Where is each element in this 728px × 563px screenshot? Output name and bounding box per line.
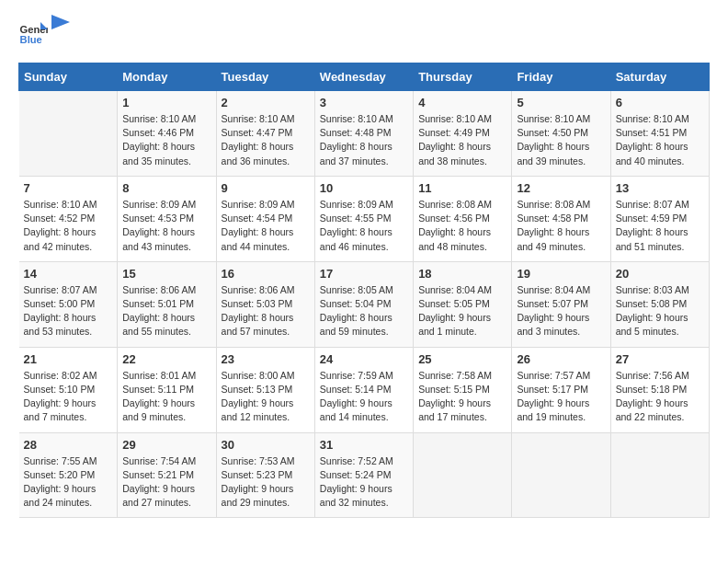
day-info: Sunrise: 8:07 AM Sunset: 4:59 PM Dayligh… [616,198,704,254]
calendar-cell: 8Sunrise: 8:09 AM Sunset: 4:53 PM Daylig… [118,176,216,261]
day-info: Sunrise: 8:10 AM Sunset: 4:47 PM Dayligh… [222,112,310,168]
weekday-header-row: SundayMondayTuesdayWednesdayThursdayFrid… [19,63,710,91]
day-number: 1 [122,96,210,109]
day-number: 23 [222,352,310,366]
calendar-cell: 1Sunrise: 8:10 AM Sunset: 4:46 PM Daylig… [118,91,216,177]
day-info: Sunrise: 7:54 AM Sunset: 5:21 PM Dayligh… [122,454,210,511]
day-number: 8 [122,181,210,195]
day-info: Sunrise: 8:08 AM Sunset: 4:58 PM Dayligh… [517,198,605,254]
weekday-header-sunday: Sunday [19,63,118,91]
day-number: 9 [222,181,310,195]
day-info: Sunrise: 8:04 AM Sunset: 5:05 PM Dayligh… [418,283,506,339]
day-info: Sunrise: 8:02 AM Sunset: 5:10 PM Dayligh… [24,369,113,425]
svg-marker-3 [51,15,70,29]
day-number: 7 [24,181,113,195]
day-info: Sunrise: 8:06 AM Sunset: 5:01 PM Dayligh… [122,283,210,339]
day-number: 14 [24,267,113,281]
day-number: 5 [517,96,605,109]
day-info: Sunrise: 7:55 AM Sunset: 5:20 PM Dayligh… [24,454,113,511]
day-info: Sunrise: 8:08 AM Sunset: 4:56 PM Dayligh… [418,198,506,254]
day-info: Sunrise: 8:10 AM Sunset: 4:51 PM Dayligh… [616,112,704,168]
day-info: Sunrise: 8:06 AM Sunset: 5:03 PM Dayligh… [222,283,310,339]
day-info: Sunrise: 8:03 AM Sunset: 5:08 PM Dayligh… [616,283,704,339]
calendar-cell: 30Sunrise: 7:53 AM Sunset: 5:23 PM Dayli… [216,432,314,518]
day-number: 17 [320,267,408,281]
day-number: 22 [122,352,210,366]
day-number: 3 [320,96,408,109]
day-info: Sunrise: 8:09 AM Sunset: 4:53 PM Dayligh… [122,198,210,254]
page-header: General Blue [18,18,710,48]
day-number: 25 [418,352,506,366]
calendar-week-row: 7Sunrise: 8:10 AM Sunset: 4:52 PM Daylig… [19,176,710,261]
day-info: Sunrise: 7:57 AM Sunset: 5:17 PM Dayligh… [517,369,605,425]
calendar-cell: 15Sunrise: 8:06 AM Sunset: 5:01 PM Dayli… [118,261,216,347]
day-info: Sunrise: 8:01 AM Sunset: 5:11 PM Dayligh… [122,369,210,425]
weekday-header-saturday: Saturday [610,63,709,91]
day-info: Sunrise: 8:09 AM Sunset: 4:55 PM Dayligh… [320,198,408,254]
day-number: 27 [616,352,704,366]
calendar-cell: 7Sunrise: 8:10 AM Sunset: 4:52 PM Daylig… [19,176,118,261]
day-info: Sunrise: 8:10 AM Sunset: 4:52 PM Dayligh… [24,198,113,254]
calendar-week-row: 28Sunrise: 7:55 AM Sunset: 5:20 PM Dayli… [19,432,710,518]
day-number: 4 [418,96,506,109]
weekday-header-monday: Monday [118,63,216,91]
day-number: 10 [320,181,408,195]
calendar-week-row: 21Sunrise: 8:02 AM Sunset: 5:10 PM Dayli… [19,347,710,432]
day-number: 29 [122,438,210,452]
weekday-header-thursday: Thursday [414,63,512,91]
calendar-cell: 3Sunrise: 8:10 AM Sunset: 4:48 PM Daylig… [314,91,413,177]
day-number: 21 [24,352,113,366]
logo-flag-icon [51,15,70,42]
calendar-cell: 19Sunrise: 8:04 AM Sunset: 5:07 PM Dayli… [512,261,610,347]
calendar-cell: 16Sunrise: 8:06 AM Sunset: 5:03 PM Dayli… [216,261,314,347]
day-number: 6 [616,96,704,109]
calendar-cell: 2Sunrise: 8:10 AM Sunset: 4:47 PM Daylig… [216,91,314,177]
day-number: 28 [24,438,113,452]
day-info: Sunrise: 7:52 AM Sunset: 5:24 PM Dayligh… [320,454,408,511]
calendar-cell: 25Sunrise: 7:58 AM Sunset: 5:15 PM Dayli… [414,347,512,432]
calendar-cell [610,432,709,518]
calendar-table: SundayMondayTuesdayWednesdayThursdayFrid… [18,63,710,518]
day-number: 2 [222,96,310,109]
calendar-cell: 10Sunrise: 8:09 AM Sunset: 4:55 PM Dayli… [314,176,413,261]
day-number: 24 [320,352,408,366]
calendar-week-row: 14Sunrise: 8:07 AM Sunset: 5:00 PM Dayli… [19,261,710,347]
calendar-cell [512,432,610,518]
day-number: 12 [517,181,605,195]
day-number: 19 [517,267,605,281]
day-info: Sunrise: 7:53 AM Sunset: 5:23 PM Dayligh… [222,454,310,511]
day-number: 15 [122,267,210,281]
weekday-header-friday: Friday [512,63,610,91]
calendar-cell: 21Sunrise: 8:02 AM Sunset: 5:10 PM Dayli… [19,347,118,432]
calendar-cell: 22Sunrise: 8:01 AM Sunset: 5:11 PM Dayli… [118,347,216,432]
day-number: 18 [418,267,506,281]
day-number: 20 [616,267,704,281]
calendar-cell: 27Sunrise: 7:56 AM Sunset: 5:18 PM Dayli… [610,347,709,432]
calendar-cell: 12Sunrise: 8:08 AM Sunset: 4:58 PM Dayli… [512,176,610,261]
day-info: Sunrise: 8:05 AM Sunset: 5:04 PM Dayligh… [320,283,408,339]
day-info: Sunrise: 8:10 AM Sunset: 4:50 PM Dayligh… [517,112,605,168]
calendar-cell: 13Sunrise: 8:07 AM Sunset: 4:59 PM Dayli… [610,176,709,261]
calendar-cell: 9Sunrise: 8:09 AM Sunset: 4:54 PM Daylig… [216,176,314,261]
calendar-cell [414,432,512,518]
svg-text:Blue: Blue [20,34,42,45]
day-number: 31 [320,438,408,452]
day-info: Sunrise: 8:09 AM Sunset: 4:54 PM Dayligh… [222,198,310,254]
calendar-cell: 14Sunrise: 8:07 AM Sunset: 5:00 PM Dayli… [19,261,118,347]
calendar-body: 1Sunrise: 8:10 AM Sunset: 4:46 PM Daylig… [19,91,710,518]
day-number: 30 [222,438,310,452]
day-number: 16 [222,267,310,281]
calendar-cell: 5Sunrise: 8:10 AM Sunset: 4:50 PM Daylig… [512,91,610,177]
calendar-cell: 6Sunrise: 8:10 AM Sunset: 4:51 PM Daylig… [610,91,709,177]
day-info: Sunrise: 8:10 AM Sunset: 4:46 PM Dayligh… [122,112,210,168]
calendar-cell: 20Sunrise: 8:03 AM Sunset: 5:08 PM Dayli… [610,261,709,347]
day-info: Sunrise: 7:56 AM Sunset: 5:18 PM Dayligh… [616,369,704,425]
logo: General Blue [18,18,70,48]
day-info: Sunrise: 8:04 AM Sunset: 5:07 PM Dayligh… [517,283,605,339]
day-info: Sunrise: 8:07 AM Sunset: 5:00 PM Dayligh… [24,283,113,339]
calendar-cell: 17Sunrise: 8:05 AM Sunset: 5:04 PM Dayli… [314,261,413,347]
day-number: 26 [517,352,605,366]
calendar-cell: 26Sunrise: 7:57 AM Sunset: 5:17 PM Dayli… [512,347,610,432]
day-info: Sunrise: 7:59 AM Sunset: 5:14 PM Dayligh… [320,369,408,425]
weekday-header-tuesday: Tuesday [216,63,314,91]
